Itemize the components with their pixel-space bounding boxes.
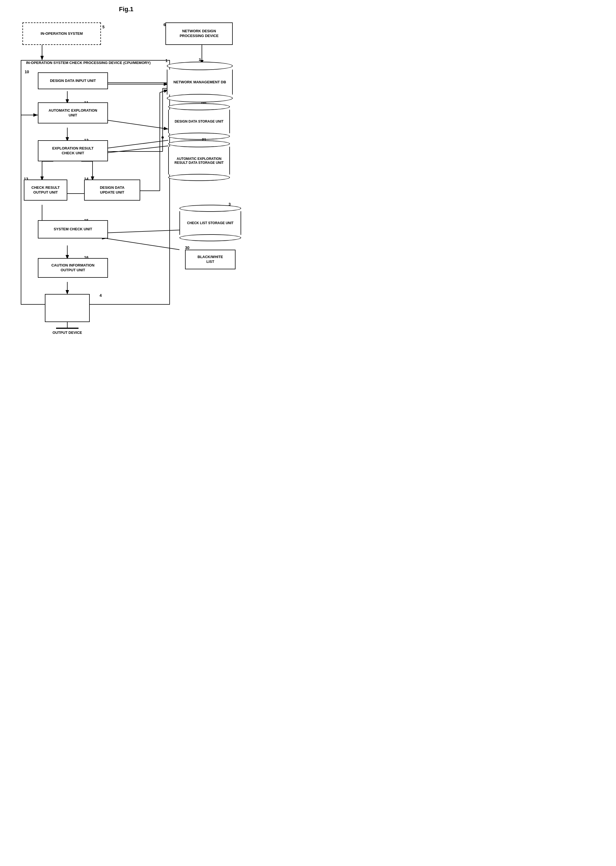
caution-info-output-box: CAUTION INFORMATION OUTPUT UNIT <box>38 258 108 278</box>
design-data-update-box: DESIGN DATA UPDATE UNIT <box>84 179 140 201</box>
in-operation-system-box: IN-OPERATION SYSTEM <box>22 22 101 45</box>
label-6: 6 <box>163 22 166 27</box>
automatic-exploration-box: AUTOMATIC EXPLORATION UNIT <box>38 102 108 123</box>
design-data-input-box: DESIGN DATA INPUT UNIT <box>38 72 108 89</box>
network-design-box: NETWORK DESIGN PROCESSING DEVICE <box>165 22 233 45</box>
label-5: 5 <box>102 25 105 29</box>
svg-line-29 <box>107 238 179 250</box>
figure-title: Fig.1 <box>6 6 247 13</box>
system-check-box: SYSTEM CHECK UNIT <box>38 220 108 238</box>
check-result-output-box: CHECK RESULT OUTPUT UNIT <box>24 179 67 201</box>
label-4: 4 <box>99 293 102 298</box>
black-white-list-box: BLACK/WHITE LIST <box>185 250 236 269</box>
label-10: 10 <box>25 69 29 74</box>
output-device-monitor: OUTPUT DEVICE <box>42 294 93 335</box>
label-30: 30 <box>185 246 190 250</box>
svg-line-28 <box>107 230 179 233</box>
network-management-db-label: 2 <box>167 58 233 62</box>
svg-point-33 <box>162 136 164 139</box>
exploration-result-check-box: EXPLORATION RESULT CHECK UNIT <box>38 140 108 161</box>
main-device-label: IN-OPERATION SYSTEM CHECK PROCESSING DEV… <box>24 60 153 66</box>
